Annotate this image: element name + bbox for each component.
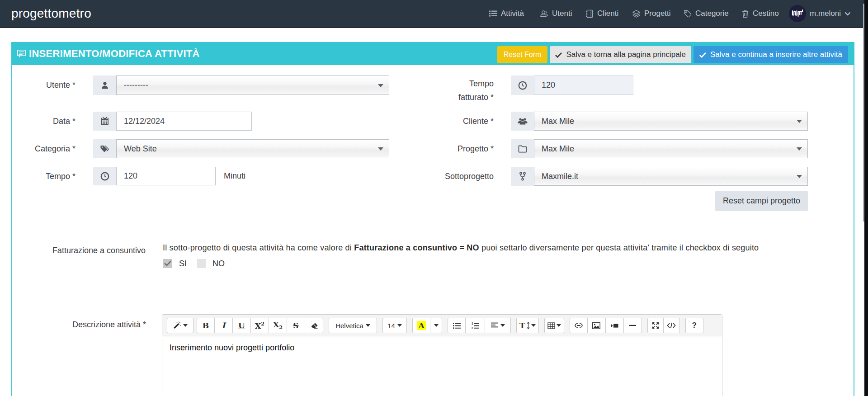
nav-label: Categorie bbox=[695, 9, 729, 18]
categoria-select[interactable]: Web Site bbox=[116, 139, 389, 158]
label-descrizione: Descrizione attività * bbox=[12, 319, 146, 330]
link-button[interactable] bbox=[570, 318, 588, 333]
line-height-button[interactable]: T bbox=[516, 318, 539, 333]
font-color-button[interactable]: A bbox=[412, 318, 430, 333]
tag-icon bbox=[684, 9, 692, 18]
font-family-group: Helvetica bbox=[329, 318, 377, 333]
input-value: 12/12/2024 bbox=[124, 117, 165, 126]
image-button[interactable] bbox=[588, 318, 606, 333]
notebook-icon bbox=[585, 9, 594, 18]
unordered-list-button[interactable] bbox=[448, 318, 466, 333]
updown-arrow-icon bbox=[527, 322, 530, 329]
superscript-button[interactable]: X2 bbox=[251, 318, 269, 333]
table-button[interactable] bbox=[544, 318, 564, 333]
paragraph-align-button[interactable] bbox=[485, 318, 511, 333]
save-return-button[interactable]: Salva e torna alla pagina principale bbox=[550, 46, 691, 63]
comment-icon bbox=[17, 49, 26, 58]
nav-item-clienti[interactable]: Clienti bbox=[585, 0, 618, 27]
editor-content[interactable]: Inserimento nuovi progetti portfolio bbox=[162, 336, 722, 359]
cliente-select[interactable]: Max Mile bbox=[534, 112, 808, 131]
scrollbar-thumb[interactable] bbox=[863, 4, 864, 222]
save-continue-button[interactable]: Salva e continua a inserire altre attivi… bbox=[693, 46, 848, 63]
video-button[interactable] bbox=[606, 318, 624, 333]
font-family-select[interactable]: Helvetica bbox=[329, 318, 377, 333]
subscript-icon: X2 bbox=[273, 320, 283, 330]
font-color-caret-button[interactable] bbox=[430, 318, 442, 333]
note-text: Il sotto-progetto di questa attività ha … bbox=[163, 243, 354, 252]
checkbox-no[interactable] bbox=[197, 259, 206, 268]
check-icon bbox=[555, 52, 562, 58]
fatturazione-note: Il sotto-progetto di questa attività ha … bbox=[163, 243, 759, 253]
bold-button[interactable]: B bbox=[197, 318, 215, 333]
align-left-icon bbox=[491, 322, 498, 329]
dropdown-arrow-icon bbox=[378, 147, 383, 151]
clear-format-button[interactable] bbox=[305, 318, 323, 333]
portlet-header: INSERIMENTO/MODIFICA ATTIVITÀ Reset Form… bbox=[11, 42, 854, 65]
input-value: 120 bbox=[542, 80, 555, 90]
magic-style-button[interactable] bbox=[167, 318, 193, 333]
sottoprogetto-select[interactable]: Maxmile.it bbox=[534, 167, 808, 186]
svg-text:2: 2 bbox=[472, 326, 473, 329]
nav-item-progetti[interactable]: Progetti bbox=[632, 0, 671, 27]
label-data: Data * bbox=[12, 112, 75, 131]
user-menu[interactable]: m.meloni bbox=[789, 0, 851, 27]
trash-icon bbox=[741, 9, 749, 18]
checkbox-si-label: SI bbox=[179, 259, 187, 269]
activity-portlet: INSERIMENTO/MODIFICA ATTIVITÀ Reset Form… bbox=[11, 42, 854, 396]
scrollbar-track[interactable] bbox=[864, 0, 868, 396]
horizontal-rule-button[interactable] bbox=[624, 318, 642, 333]
utente-select[interactable]: --------- bbox=[116, 75, 389, 95]
reset-form-button[interactable]: Reset Form bbox=[497, 46, 548, 63]
bold-icon: B bbox=[203, 321, 209, 330]
color-group: A bbox=[412, 318, 442, 333]
reset-project-button[interactable]: Reset campi progetto bbox=[715, 191, 808, 211]
caret-down-icon bbox=[500, 324, 505, 327]
progetto-group: Max Mile bbox=[511, 139, 808, 158]
button-label: Salva e continua a inserire altre attivi… bbox=[710, 50, 842, 59]
style-group bbox=[167, 318, 193, 333]
subscript-button[interactable]: X2 bbox=[269, 318, 287, 333]
paragraph-group: 12 bbox=[448, 318, 511, 333]
magic-wand-icon bbox=[173, 321, 181, 330]
tempo-input[interactable]: 120 bbox=[116, 167, 216, 185]
select-value: Web Site bbox=[124, 144, 157, 154]
caret-down-icon bbox=[434, 324, 439, 327]
font-size-value: 14 bbox=[387, 322, 395, 330]
nav-label: Cestino bbox=[753, 9, 779, 18]
nav-item-categorie[interactable]: Categorie bbox=[684, 0, 729, 27]
fullscreen-button[interactable] bbox=[647, 318, 664, 333]
strikethrough-button[interactable]: S bbox=[287, 318, 305, 333]
horizontal-rule-icon bbox=[629, 325, 636, 326]
clock-icon bbox=[511, 75, 534, 95]
font-name-value: Helvetica bbox=[335, 322, 363, 330]
button-label: Reset Form bbox=[504, 51, 542, 59]
help-button[interactable]: ? bbox=[685, 318, 703, 333]
nav-item-attivita[interactable]: Attività bbox=[489, 0, 524, 27]
underline-button[interactable]: U bbox=[233, 318, 251, 333]
brand-logo[interactable]: progettometro bbox=[11, 0, 91, 27]
note-text-bold: Fatturazione a consuntivo = NO bbox=[354, 243, 479, 252]
tempo-fatturato-input[interactable]: 120 bbox=[534, 75, 633, 95]
check-icon bbox=[699, 52, 706, 58]
fork-icon bbox=[511, 167, 534, 186]
font-size-select[interactable]: 14 bbox=[382, 318, 407, 333]
underline-icon: U bbox=[238, 321, 245, 330]
tags-icon bbox=[93, 139, 116, 158]
code-view-button[interactable] bbox=[664, 318, 680, 333]
line-height-group: T bbox=[516, 318, 539, 333]
dropdown-arrow-icon bbox=[797, 147, 802, 151]
tempo-group: 120 bbox=[93, 167, 216, 185]
minuti-suffix: Minuti bbox=[224, 171, 245, 181]
ordered-list-button[interactable]: 12 bbox=[466, 318, 485, 333]
checkbox-si[interactable] bbox=[163, 259, 172, 268]
data-input[interactable]: 12/12/2024 bbox=[116, 112, 252, 131]
nav-item-utenti[interactable]: Utenti bbox=[540, 0, 572, 27]
group-icon bbox=[511, 112, 534, 131]
nav-item-cestino[interactable]: Cestino bbox=[741, 0, 779, 27]
label-fatturazione: Fatturazione a consuntivo bbox=[12, 245, 146, 256]
table-group bbox=[544, 318, 564, 333]
label-cliente: Cliente * bbox=[430, 112, 494, 131]
unordered-list-icon bbox=[453, 322, 461, 329]
italic-button[interactable]: I bbox=[215, 318, 233, 333]
progetto-select[interactable]: Max Mile bbox=[534, 139, 808, 158]
